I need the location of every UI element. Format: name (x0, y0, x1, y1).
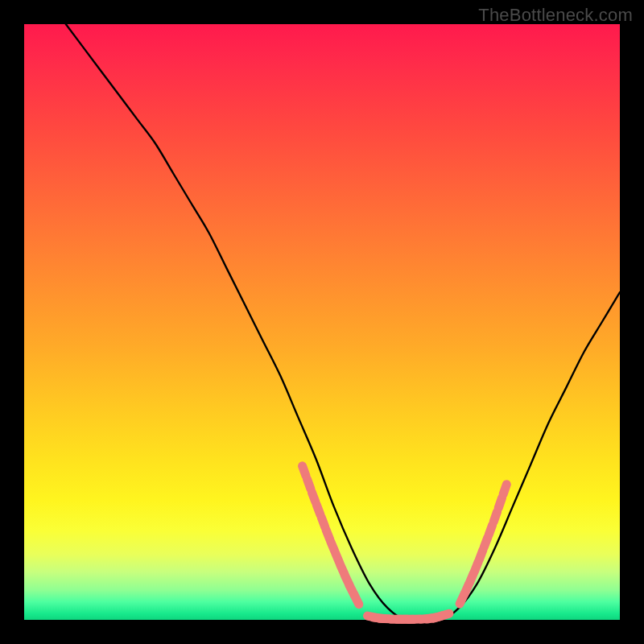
overlay-dash (307, 479, 310, 489)
bottleneck-curve (66, 24, 620, 621)
plot-area (24, 24, 620, 620)
overlay-dash (503, 485, 506, 494)
watermark-text: TheBottleneck.com (478, 5, 633, 26)
overlay-dash (354, 595, 359, 605)
overlay-dash (303, 466, 306, 476)
overlay-dash (493, 512, 497, 522)
overlay-dash (479, 550, 483, 559)
overlay-dash (439, 613, 448, 617)
overlay-dash (484, 538, 488, 547)
overlay-dash (312, 492, 316, 502)
chart-svg (24, 24, 620, 620)
chart-container: TheBottleneck.com (0, 0, 644, 644)
overlay-dash (321, 518, 325, 527)
overlay-dash (316, 505, 320, 514)
overlay-dash (498, 498, 502, 508)
overlay-dash (489, 525, 492, 535)
